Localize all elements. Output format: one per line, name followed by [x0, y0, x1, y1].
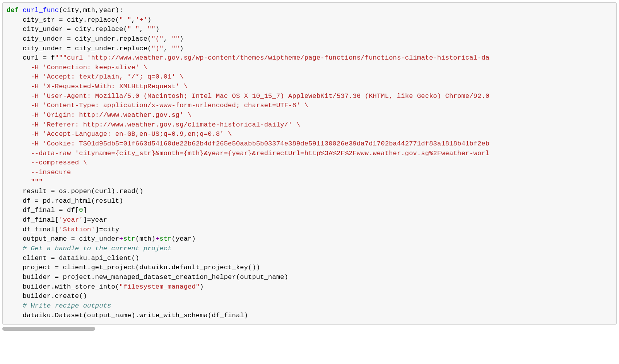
- code-text: ,: [164, 35, 172, 43]
- string-literal: -H 'Accept: text/plain, */*; q=0.01' \: [7, 73, 184, 80]
- string-literal: "(": [151, 35, 163, 43]
- comment: # Get a handle to the current project: [7, 245, 171, 252]
- code-line: client = dataiku.api_client(): [7, 254, 612, 263]
- code-text: ): [180, 35, 183, 43]
- code-text: ,: [131, 16, 135, 24]
- function-name: curl_func: [23, 7, 59, 14]
- string-literal: -H 'Origin: http://www.weather.gov.sg' \: [7, 111, 192, 119]
- code-line: project = client.get_project(dataiku.def…: [7, 263, 612, 273]
- code-line: city_str = city.replace(" ",'+'): [7, 15, 612, 25]
- code-line: -H 'Referer: http://www.weather.gov.sg/c…: [7, 120, 612, 130]
- string-literal: " ": [127, 26, 139, 33]
- code-line: df_final['year']=year: [7, 215, 612, 225]
- code-text: (city,mth,year):: [59, 7, 123, 14]
- string-literal: "": [172, 45, 180, 52]
- string-literal: -H 'Cookie: TS01d95db5=01f663d54160de22b…: [7, 140, 489, 147]
- comment: # Write recipe outputs: [7, 302, 111, 309]
- number-literal: 0: [79, 207, 83, 214]
- operator-plus: +: [119, 235, 123, 243]
- string-literal: "filesystem_managed": [119, 283, 200, 291]
- code-line: city_under = city.replace(" ", ""): [7, 25, 612, 34]
- code-line: builder.create(): [7, 292, 612, 301]
- code-text: output_name = city_under: [7, 235, 119, 243]
- code-line: city_under = city_under.replace(")", ""): [7, 44, 612, 54]
- operator-plus: +: [156, 235, 159, 243]
- code-text: ): [180, 45, 183, 52]
- code-line: # Get a handle to the current project: [7, 244, 612, 254]
- code-line: # Write recipe outputs: [7, 301, 612, 311]
- code-line: df_final = df[0]: [7, 206, 612, 215]
- code-cell: def curl_func(city,mth,year): city_str =…: [2, 2, 617, 325]
- builtin-str: str: [123, 235, 135, 243]
- code-text: city_under = city_under.replace(: [7, 35, 151, 43]
- code-text: dataiku.Dataset(output_name).write_with_…: [7, 312, 248, 319]
- string-literal: -H 'User-Agent: Mozilla/5.0 (Macintosh; …: [7, 92, 489, 100]
- code-text: builder.with_store_into(: [7, 283, 119, 291]
- code-line: -H 'Content-Type: application/x-www-form…: [7, 101, 612, 111]
- code-text: ): [200, 283, 203, 291]
- code-line: df_final['Station']=city: [7, 225, 612, 235]
- code-text: client = dataiku.api_client(): [7, 255, 139, 262]
- code-text: ): [147, 16, 151, 24]
- string-literal: -H 'Accept-Language: en-GB,en-US;q=0.9,e…: [7, 130, 232, 138]
- code-text: result = os.popen(curl).read(): [7, 188, 144, 195]
- code-line: -H 'Accept: text/plain, */*; q=0.01' \: [7, 72, 612, 82]
- code-text: ,: [164, 45, 172, 52]
- code-line: df = pd.read_html(result): [7, 197, 612, 206]
- code-line: -H 'X-Requested-With: XMLHttpRequest' \: [7, 82, 612, 92]
- string-literal: """: [7, 178, 43, 186]
- code-text: (year): [172, 235, 196, 243]
- string-literal: '+': [135, 16, 147, 24]
- keyword-def: def: [7, 7, 23, 14]
- string-literal: --compressed \: [7, 159, 87, 166]
- code-text: df_final[: [7, 226, 59, 233]
- horizontal-scrollbar[interactable]: [2, 327, 617, 331]
- code-line: builder.with_store_into("filesystem_mana…: [7, 282, 612, 292]
- code-line: --data-raw 'cityname={city_str}&month={m…: [7, 149, 612, 159]
- code-line: """: [7, 178, 612, 187]
- code-line: --insecure: [7, 168, 612, 178]
- code-text: project = client.get_project(dataiku.def…: [7, 264, 260, 271]
- string-literal: "": [172, 35, 180, 43]
- code-line: -H 'Origin: http://www.weather.gov.sg' \: [7, 111, 612, 120]
- code-line: -H 'Accept-Language: en-GB,en-US;q=0.9,e…: [7, 130, 612, 139]
- string-literal: """curl 'http://www.weather.gov.sg/wp-co…: [55, 54, 489, 62]
- code-text: city_under = city_under.replace(: [7, 45, 151, 52]
- string-literal: --insecure: [7, 169, 71, 176]
- code-text: builder = project.new_managed_dataset_cr…: [7, 273, 288, 281]
- code-line: -H 'Cookie: TS01d95db5=01f663d54160de22b…: [7, 139, 612, 149]
- code-text: city_under = city.replace(: [7, 26, 127, 33]
- code-text: ,: [139, 26, 147, 33]
- string-literal: -H 'Content-Type: application/x-www-form…: [7, 102, 308, 109]
- code-line: city_under = city_under.replace("(", ""): [7, 34, 612, 44]
- string-literal: -H 'X-Requested-With: XMLHttpRequest' \: [7, 83, 188, 90]
- code-text: ]=city: [95, 226, 119, 233]
- string-literal: ")": [151, 45, 163, 52]
- string-literal: -H 'Referer: http://www.weather.gov.sg/c…: [7, 121, 300, 128]
- code-text: ]: [83, 207, 87, 214]
- code-text: df_final = df[: [7, 207, 79, 214]
- code-text: builder.create(): [7, 292, 87, 300]
- string-literal: 'Station': [59, 226, 95, 233]
- code-text: city_str = city.replace(: [7, 16, 119, 24]
- builtin-str: str: [159, 235, 171, 243]
- code-line: -H 'Connection: keep-alive' \: [7, 63, 612, 73]
- code-line: def curl_func(city,mth,year):: [7, 6, 612, 15]
- code-line: output_name = city_under+str(mth)+str(ye…: [7, 234, 612, 244]
- code-line: -H 'User-Agent: Mozilla/5.0 (Macintosh; …: [7, 92, 612, 101]
- code-line: curl = f"""curl 'http://www.weather.gov.…: [7, 53, 612, 63]
- code-line: dataiku.Dataset(output_name).write_with_…: [7, 311, 612, 321]
- string-literal: --data-raw 'cityname={city_str}&month={m…: [7, 150, 489, 157]
- code-line: --compressed \: [7, 158, 612, 168]
- code-text: (mth): [135, 235, 156, 243]
- code-text: df = pd.read_html(result): [7, 197, 123, 205]
- code-line: builder = project.new_managed_dataset_cr…: [7, 273, 612, 282]
- scrollbar-thumb[interactable]: [2, 327, 95, 331]
- string-literal: 'year': [59, 216, 83, 224]
- code-text: ): [156, 26, 159, 33]
- code-text: ]=year: [83, 216, 107, 224]
- string-literal: " ": [119, 16, 131, 24]
- string-literal: "": [147, 26, 156, 33]
- code-text: df_final[: [7, 216, 59, 224]
- string-literal: -H 'Connection: keep-alive' \: [7, 64, 147, 71]
